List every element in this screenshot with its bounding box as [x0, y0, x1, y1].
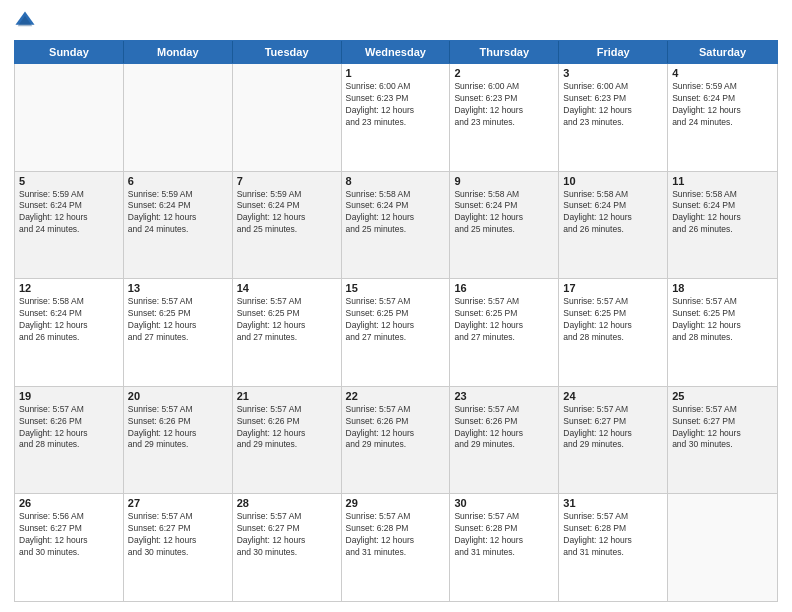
day-info: Sunrise: 5:57 AM Sunset: 6:25 PM Dayligh…	[128, 296, 228, 344]
day-info: Sunrise: 5:59 AM Sunset: 6:24 PM Dayligh…	[128, 189, 228, 237]
calendar-cell: 16Sunrise: 5:57 AM Sunset: 6:25 PM Dayli…	[450, 279, 559, 386]
header-friday: Friday	[559, 41, 668, 63]
header-tuesday: Tuesday	[233, 41, 342, 63]
calendar-cell: 29Sunrise: 5:57 AM Sunset: 6:28 PM Dayli…	[342, 494, 451, 601]
day-info: Sunrise: 5:57 AM Sunset: 6:27 PM Dayligh…	[563, 404, 663, 452]
day-number: 18	[672, 282, 773, 294]
calendar-cell: 2Sunrise: 6:00 AM Sunset: 6:23 PM Daylig…	[450, 64, 559, 171]
calendar-cell: 3Sunrise: 6:00 AM Sunset: 6:23 PM Daylig…	[559, 64, 668, 171]
calendar-cell: 30Sunrise: 5:57 AM Sunset: 6:28 PM Dayli…	[450, 494, 559, 601]
day-number: 1	[346, 67, 446, 79]
header-sunday: Sunday	[15, 41, 124, 63]
day-number: 25	[672, 390, 773, 402]
calendar-cell: 7Sunrise: 5:59 AM Sunset: 6:24 PM Daylig…	[233, 172, 342, 279]
day-number: 13	[128, 282, 228, 294]
day-number: 8	[346, 175, 446, 187]
calendar-cell: 31Sunrise: 5:57 AM Sunset: 6:28 PM Dayli…	[559, 494, 668, 601]
header	[14, 10, 778, 32]
day-number: 28	[237, 497, 337, 509]
calendar-cell	[124, 64, 233, 171]
day-info: Sunrise: 5:58 AM Sunset: 6:24 PM Dayligh…	[672, 189, 773, 237]
calendar-cell	[233, 64, 342, 171]
day-info: Sunrise: 5:59 AM Sunset: 6:24 PM Dayligh…	[237, 189, 337, 237]
day-number: 19	[19, 390, 119, 402]
calendar-cell: 13Sunrise: 5:57 AM Sunset: 6:25 PM Dayli…	[124, 279, 233, 386]
calendar-cell: 14Sunrise: 5:57 AM Sunset: 6:25 PM Dayli…	[233, 279, 342, 386]
day-info: Sunrise: 5:58 AM Sunset: 6:24 PM Dayligh…	[19, 296, 119, 344]
day-number: 24	[563, 390, 663, 402]
calendar-week-3: 12Sunrise: 5:58 AM Sunset: 6:24 PM Dayli…	[15, 279, 777, 387]
day-info: Sunrise: 5:56 AM Sunset: 6:27 PM Dayligh…	[19, 511, 119, 559]
day-number: 4	[672, 67, 773, 79]
day-number: 5	[19, 175, 119, 187]
calendar-cell: 23Sunrise: 5:57 AM Sunset: 6:26 PM Dayli…	[450, 387, 559, 494]
logo-icon	[14, 10, 36, 32]
calendar-cell: 1Sunrise: 6:00 AM Sunset: 6:23 PM Daylig…	[342, 64, 451, 171]
day-info: Sunrise: 5:57 AM Sunset: 6:27 PM Dayligh…	[672, 404, 773, 452]
day-info: Sunrise: 5:57 AM Sunset: 6:28 PM Dayligh…	[454, 511, 554, 559]
calendar-cell: 8Sunrise: 5:58 AM Sunset: 6:24 PM Daylig…	[342, 172, 451, 279]
day-info: Sunrise: 5:57 AM Sunset: 6:28 PM Dayligh…	[346, 511, 446, 559]
day-info: Sunrise: 5:57 AM Sunset: 6:26 PM Dayligh…	[454, 404, 554, 452]
calendar-cell: 19Sunrise: 5:57 AM Sunset: 6:26 PM Dayli…	[15, 387, 124, 494]
day-info: Sunrise: 6:00 AM Sunset: 6:23 PM Dayligh…	[563, 81, 663, 129]
day-number: 23	[454, 390, 554, 402]
day-info: Sunrise: 5:57 AM Sunset: 6:27 PM Dayligh…	[237, 511, 337, 559]
header-thursday: Thursday	[450, 41, 559, 63]
calendar-cell: 10Sunrise: 5:58 AM Sunset: 6:24 PM Dayli…	[559, 172, 668, 279]
calendar-cell: 27Sunrise: 5:57 AM Sunset: 6:27 PM Dayli…	[124, 494, 233, 601]
logo	[14, 10, 40, 32]
calendar-cell: 25Sunrise: 5:57 AM Sunset: 6:27 PM Dayli…	[668, 387, 777, 494]
calendar-week-5: 26Sunrise: 5:56 AM Sunset: 6:27 PM Dayli…	[15, 494, 777, 601]
calendar-cell: 9Sunrise: 5:58 AM Sunset: 6:24 PM Daylig…	[450, 172, 559, 279]
day-number: 21	[237, 390, 337, 402]
day-number: 31	[563, 497, 663, 509]
day-number: 26	[19, 497, 119, 509]
header-saturday: Saturday	[668, 41, 777, 63]
day-info: Sunrise: 5:59 AM Sunset: 6:24 PM Dayligh…	[19, 189, 119, 237]
day-number: 16	[454, 282, 554, 294]
day-number: 20	[128, 390, 228, 402]
day-number: 12	[19, 282, 119, 294]
calendar-week-1: 1Sunrise: 6:00 AM Sunset: 6:23 PM Daylig…	[15, 64, 777, 172]
day-info: Sunrise: 5:57 AM Sunset: 6:25 PM Dayligh…	[563, 296, 663, 344]
day-number: 14	[237, 282, 337, 294]
calendar-week-2: 5Sunrise: 5:59 AM Sunset: 6:24 PM Daylig…	[15, 172, 777, 280]
day-info: Sunrise: 5:57 AM Sunset: 6:27 PM Dayligh…	[128, 511, 228, 559]
calendar-cell: 28Sunrise: 5:57 AM Sunset: 6:27 PM Dayli…	[233, 494, 342, 601]
header-wednesday: Wednesday	[342, 41, 451, 63]
calendar-cell: 15Sunrise: 5:57 AM Sunset: 6:25 PM Dayli…	[342, 279, 451, 386]
day-number: 11	[672, 175, 773, 187]
calendar-cell: 6Sunrise: 5:59 AM Sunset: 6:24 PM Daylig…	[124, 172, 233, 279]
calendar-cell	[668, 494, 777, 601]
day-number: 30	[454, 497, 554, 509]
calendar-cell: 22Sunrise: 5:57 AM Sunset: 6:26 PM Dayli…	[342, 387, 451, 494]
day-info: Sunrise: 5:57 AM Sunset: 6:26 PM Dayligh…	[19, 404, 119, 452]
calendar-cell: 20Sunrise: 5:57 AM Sunset: 6:26 PM Dayli…	[124, 387, 233, 494]
calendar-cell: 12Sunrise: 5:58 AM Sunset: 6:24 PM Dayli…	[15, 279, 124, 386]
day-number: 9	[454, 175, 554, 187]
day-info: Sunrise: 5:57 AM Sunset: 6:26 PM Dayligh…	[237, 404, 337, 452]
calendar-cell: 17Sunrise: 5:57 AM Sunset: 6:25 PM Dayli…	[559, 279, 668, 386]
calendar-cell	[15, 64, 124, 171]
calendar-week-4: 19Sunrise: 5:57 AM Sunset: 6:26 PM Dayli…	[15, 387, 777, 495]
day-number: 7	[237, 175, 337, 187]
header-monday: Monday	[124, 41, 233, 63]
calendar-cell: 4Sunrise: 5:59 AM Sunset: 6:24 PM Daylig…	[668, 64, 777, 171]
day-info: Sunrise: 5:58 AM Sunset: 6:24 PM Dayligh…	[454, 189, 554, 237]
day-number: 27	[128, 497, 228, 509]
day-info: Sunrise: 5:57 AM Sunset: 6:25 PM Dayligh…	[346, 296, 446, 344]
day-number: 10	[563, 175, 663, 187]
day-info: Sunrise: 6:00 AM Sunset: 6:23 PM Dayligh…	[454, 81, 554, 129]
calendar-cell: 5Sunrise: 5:59 AM Sunset: 6:24 PM Daylig…	[15, 172, 124, 279]
day-number: 17	[563, 282, 663, 294]
day-info: Sunrise: 5:57 AM Sunset: 6:26 PM Dayligh…	[128, 404, 228, 452]
calendar: Sunday Monday Tuesday Wednesday Thursday…	[14, 40, 778, 602]
calendar-cell: 21Sunrise: 5:57 AM Sunset: 6:26 PM Dayli…	[233, 387, 342, 494]
day-info: Sunrise: 5:58 AM Sunset: 6:24 PM Dayligh…	[346, 189, 446, 237]
day-info: Sunrise: 5:58 AM Sunset: 6:24 PM Dayligh…	[563, 189, 663, 237]
day-info: Sunrise: 6:00 AM Sunset: 6:23 PM Dayligh…	[346, 81, 446, 129]
day-number: 15	[346, 282, 446, 294]
calendar-cell: 11Sunrise: 5:58 AM Sunset: 6:24 PM Dayli…	[668, 172, 777, 279]
day-info: Sunrise: 5:57 AM Sunset: 6:28 PM Dayligh…	[563, 511, 663, 559]
